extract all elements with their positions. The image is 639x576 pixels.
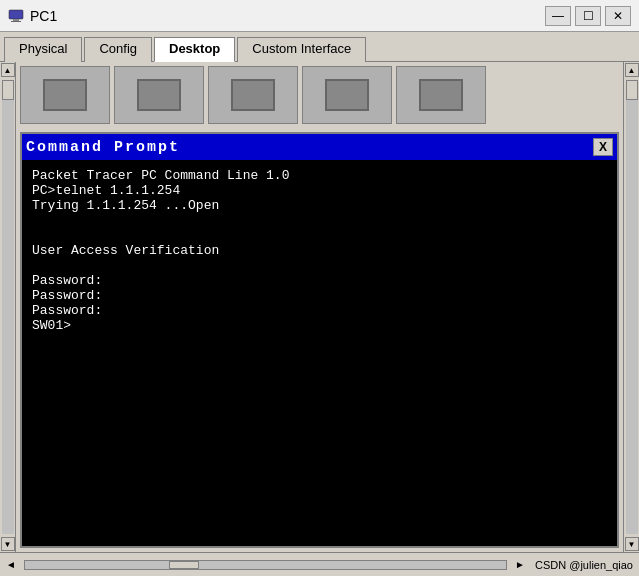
status-right-arrow[interactable]: ► (515, 559, 525, 570)
cmd-window-title: Command Prompt (26, 139, 180, 156)
cmd-body[interactable]: Packet Tracer PC Command Line 1.0 PC>tel… (22, 160, 617, 546)
status-scroll-thumb[interactable] (169, 561, 199, 569)
thumbnail-4[interactable] (302, 66, 392, 124)
right-scroll-down-arrow[interactable]: ▼ (625, 537, 639, 551)
svg-rect-0 (9, 10, 23, 19)
tab-config[interactable]: Config (84, 37, 152, 62)
status-scrollbar[interactable] (24, 560, 507, 570)
status-bar: ◄ ► CSDN @julien_qiao (0, 552, 639, 576)
left-scroll-thumb[interactable] (2, 80, 14, 100)
status-left-arrow[interactable]: ◄ (6, 559, 16, 570)
right-scroll-track[interactable] (626, 80, 638, 534)
scroll-up-arrow[interactable]: ▲ (1, 63, 15, 77)
thumbnail-1[interactable] (20, 66, 110, 124)
left-scrollbar[interactable]: ▲ ▼ (0, 62, 16, 552)
title-bar: PC1 — ☐ ✕ (0, 0, 639, 32)
pc-icon (8, 8, 24, 24)
thumbnails-row (20, 66, 619, 126)
title-bar-left: PC1 (8, 8, 57, 24)
watermark-text: CSDN @julien_qiao (535, 559, 633, 571)
minimize-button[interactable]: — (545, 6, 571, 26)
content-panel: Command Prompt X Packet Tracer PC Comman… (16, 62, 623, 552)
right-scroll-thumb[interactable] (626, 80, 638, 100)
tab-custom-interface[interactable]: Custom Interface (237, 37, 366, 62)
cmd-titlebar: Command Prompt X (22, 134, 617, 160)
cmd-close-button[interactable]: X (593, 138, 613, 156)
tab-bar: Physical Config Desktop Custom Interface (0, 32, 639, 62)
title-controls: — ☐ ✕ (545, 6, 631, 26)
close-button[interactable]: ✕ (605, 6, 631, 26)
left-scroll-track[interactable] (2, 80, 14, 534)
tab-desktop[interactable]: Desktop (154, 37, 235, 62)
svg-rect-1 (13, 19, 19, 21)
main-area: ▲ ▼ Command Prompt X Packet Tracer PC Co… (0, 62, 639, 552)
right-scroll-up-arrow[interactable]: ▲ (625, 63, 639, 77)
maximize-button[interactable]: ☐ (575, 6, 601, 26)
scroll-down-arrow[interactable]: ▼ (1, 537, 15, 551)
right-scrollbar[interactable]: ▲ ▼ (623, 62, 639, 552)
window-title: PC1 (30, 8, 57, 24)
thumbnail-5[interactable] (396, 66, 486, 124)
svg-rect-2 (11, 21, 21, 22)
tab-physical[interactable]: Physical (4, 37, 82, 62)
thumbnail-2[interactable] (114, 66, 204, 124)
command-prompt-window: Command Prompt X Packet Tracer PC Comman… (20, 132, 619, 548)
thumbnail-3[interactable] (208, 66, 298, 124)
